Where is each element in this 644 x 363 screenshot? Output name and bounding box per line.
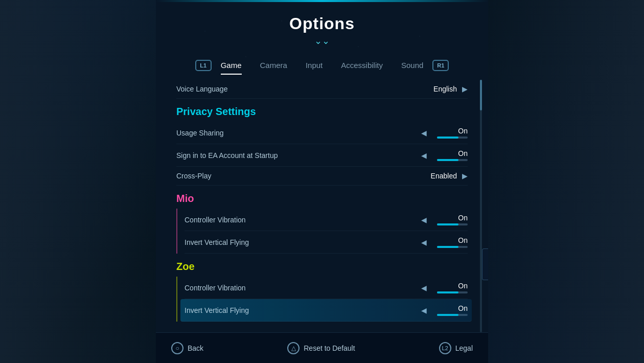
voice-language-label: Voice Language: [176, 85, 227, 93]
voice-language-value: English: [433, 85, 457, 93]
bg-right-panel: [486, 0, 644, 363]
crossplay-control: Enabled ▶: [431, 172, 468, 180]
usage-sharing-bar-fill: [437, 137, 458, 139]
zoe-invert-flying-bar-fill: [437, 314, 458, 316]
zoe-controller-vibration-label: Controller Vibration: [185, 284, 246, 292]
mio-invert-flying-label: Invert Vertical Flying: [185, 238, 249, 246]
crossplay-row: Cross-Play Enabled ▶: [176, 167, 468, 186]
trigger-left[interactable]: L1: [195, 60, 212, 71]
zoe-controller-vibration-value-block: On: [432, 282, 468, 293]
privacy-section-title: Privacy Settings: [176, 106, 468, 118]
tab-camera[interactable]: Camera: [251, 58, 296, 73]
mio-controller-vibration-value: On: [458, 214, 468, 222]
page-title: Options: [289, 14, 355, 33]
scrollbar[interactable]: [480, 80, 482, 332]
back-icon: ○: [171, 342, 183, 354]
usage-sharing-control: ◀ On: [421, 127, 468, 139]
ea-signin-row: Sign in to EA Account at Startup ◀ On: [176, 144, 468, 167]
reset-label: Reset to Default: [304, 344, 355, 352]
tab-sound[interactable]: Sound: [392, 58, 432, 73]
zoe-invert-flying-control: ◀ On: [421, 304, 468, 316]
tab-input[interactable]: Input: [296, 58, 332, 73]
tab-game[interactable]: Game: [212, 58, 251, 73]
mio-controller-vibration-row: Controller Vibration ◀ On: [185, 209, 468, 231]
crossplay-value: Enabled: [431, 172, 457, 180]
zoe-controller-vibration-row: Controller Vibration ◀ On: [185, 277, 468, 299]
zoe-invert-flying-value-block: On: [432, 304, 468, 316]
mio-controller-vibration-bar-bg: [437, 223, 468, 225]
crossplay-arrow-right[interactable]: ▶: [462, 172, 468, 180]
zoe-controller-vibration-value: On: [458, 282, 468, 290]
reset-button[interactable]: △ Reset to Default: [287, 342, 355, 354]
scrollbar-thumb[interactable]: [480, 80, 482, 110]
mio-section-title: Mio: [176, 193, 468, 205]
legal-label: Legal: [455, 344, 473, 352]
usage-sharing-value-block: On: [432, 127, 468, 139]
legal-button[interactable]: L2 Legal: [439, 342, 473, 354]
ea-signin-value: On: [458, 149, 468, 157]
crossplay-label: Cross-Play: [176, 172, 211, 180]
mio-invert-flying-arrow-left[interactable]: ◀: [421, 238, 427, 246]
mio-controller-vibration-arrow-left[interactable]: ◀: [421, 216, 427, 224]
mio-invert-flying-control: ◀ On: [421, 236, 468, 248]
mio-invert-flying-value: On: [458, 236, 468, 244]
legal-icon: L2: [439, 342, 451, 354]
voice-language-arrow-right[interactable]: ▶: [462, 85, 468, 93]
zoe-subsection: Controller Vibration ◀ On Invert Vertica…: [176, 277, 468, 322]
main-panel: Options ⌄⌄ L1 Game Camera Input Accessib…: [156, 0, 488, 363]
zoe-invert-flying-value: On: [458, 304, 468, 312]
usage-sharing-value: On: [458, 127, 468, 135]
back-button[interactable]: ○ Back: [171, 342, 203, 354]
mio-controller-vibration-control: ◀ On: [421, 214, 468, 225]
zoe-controller-vibration-bar-bg: [437, 291, 468, 293]
reset-icon: △: [287, 342, 300, 354]
ea-signin-arrow-left[interactable]: ◀: [421, 151, 427, 160]
trigger-right[interactable]: R1: [432, 60, 449, 71]
mio-invert-flying-row: Invert Vertical Flying ◀ On: [185, 231, 468, 254]
zoe-section-title: Zoe: [176, 261, 468, 273]
bottom-bar: ○ Back △ Reset to Default L2 Legal: [156, 332, 488, 363]
mio-controller-vibration-label: Controller Vibration: [185, 216, 246, 224]
mio-invert-flying-bar-bg: [437, 246, 468, 248]
voice-language-row: Voice Language English ▶: [176, 80, 468, 99]
usage-sharing-arrow-left[interactable]: ◀: [421, 129, 427, 137]
mio-invert-flying-value-block: On: [432, 236, 468, 248]
ea-signin-control: ◀ On: [421, 149, 468, 161]
voice-language-control: English ▶: [433, 85, 468, 93]
tab-accessibility[interactable]: Accessibility: [332, 58, 392, 73]
top-accent-bar: [156, 0, 488, 2]
mio-invert-flying-bar-fill: [437, 246, 458, 248]
usage-sharing-label: Usage Sharing: [176, 129, 224, 137]
content-area: Voice Language English ▶ Privacy Setting…: [156, 80, 488, 363]
usage-sharing-row: Usage Sharing ◀ On: [176, 122, 468, 144]
ea-signin-label: Sign in to EA Account at Startup: [176, 151, 278, 160]
tabs-row: L1 Game Camera Input Accessibility Sound…: [156, 58, 488, 73]
back-label: Back: [188, 344, 203, 352]
mio-subsection: Controller Vibration ◀ On Invert Vertica…: [176, 209, 468, 254]
mio-controller-vibration-bar-fill: [437, 223, 458, 225]
usage-sharing-bar-bg: [437, 137, 468, 139]
zoe-controller-vibration-bar-fill: [437, 291, 458, 293]
zoe-controller-vibration-arrow-left[interactable]: ◀: [421, 284, 427, 292]
ea-signin-value-block: On: [432, 149, 468, 161]
ea-signin-bar-bg: [437, 159, 468, 161]
zoe-invert-flying-label: Invert Vertical Flying: [185, 306, 249, 314]
zoe-invert-flying-row-highlighted[interactable]: Invert Vertical Flying ◀ On Invert verti…: [180, 299, 472, 322]
zoe-controller-vibration-control: ◀ On: [421, 282, 468, 293]
ea-signin-bar-fill: [437, 159, 458, 161]
bg-left-panel: [0, 0, 158, 363]
zoe-invert-flying-arrow-left[interactable]: ◀: [421, 306, 427, 314]
chevron-icon: ⌄⌄: [314, 35, 330, 47]
zoe-invert-flying-bar-bg: [437, 314, 468, 316]
mio-controller-vibration-value-block: On: [432, 214, 468, 225]
tooltip-box: Invert vertical (pitch) steering movemen…: [482, 248, 488, 280]
